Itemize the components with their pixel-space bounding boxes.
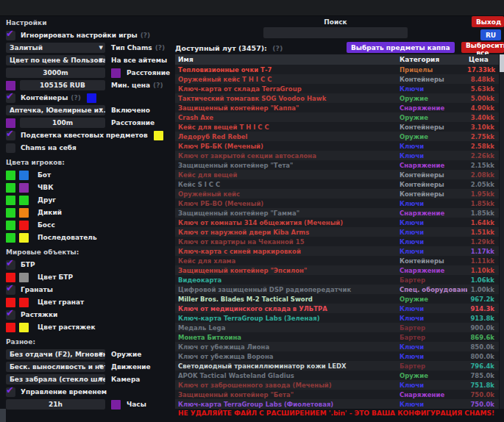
table-row[interactable]: Ключ от убежища ВоронаКлючи800.0k xyxy=(175,351,499,361)
table-row[interactable]: Ключ РБ-ВО (Меченый)Ключи1.85kk xyxy=(175,199,499,208)
exit-button[interactable]: Выход xyxy=(472,16,504,27)
item-name: Оружейный кейс T H I C C xyxy=(175,76,400,83)
table-row[interactable]: Ключ РБ-БК (Меченый)Ключи2.58kk xyxy=(175,141,499,151)
checkbox[interactable]: ✔ xyxy=(6,285,15,295)
secondary-color-swatch[interactable] xyxy=(19,183,29,193)
value-input[interactable]: 3000m xyxy=(6,68,105,78)
color-swatch[interactable] xyxy=(6,81,15,90)
table-row[interactable]: Защищенный контейнер "Каппа"Снаряжение4.… xyxy=(175,103,499,112)
primary-color-swatch[interactable] xyxy=(6,208,15,218)
checkbox[interactable]: ✔ xyxy=(6,260,15,270)
loot-scrollbar-thumb[interactable] xyxy=(500,54,504,72)
table-row[interactable]: Кейс S I C CКонтейнеры2.05kk xyxy=(175,179,499,189)
table-row[interactable]: Оружейный кейс T H I C CКонтейнеры8.48kk xyxy=(175,74,499,84)
checkbox[interactable]: ✔ xyxy=(6,93,15,103)
table-row[interactable]: Монета БиткоинаБартер869.6k xyxy=(175,332,499,342)
drop-all-button[interactable]: Выбросить все xyxy=(461,42,504,53)
secondary-color-swatch[interactable] xyxy=(19,323,29,332)
input-label: Часы xyxy=(127,401,146,408)
secondary-color-swatch[interactable] xyxy=(19,221,29,230)
table-row[interactable]: Светодиодный трансиллюминатор кожи LEDXБ… xyxy=(175,361,499,371)
checkbox[interactable]: ✔ xyxy=(6,310,15,320)
item-name: Ключ от убежища Лиона xyxy=(175,343,400,351)
language-button[interactable]: RU xyxy=(480,29,501,40)
dropdown-select[interactable]: Аптечка, Ювелирные и...▼ xyxy=(6,105,105,115)
column-header-price[interactable]: Цена xyxy=(467,56,496,63)
checkbox[interactable]: ✔ xyxy=(6,31,15,40)
dropdown-select[interactable]: Без забрала (стекло шлема)▼ xyxy=(6,374,105,385)
hint-question-icon: (?) xyxy=(141,32,150,39)
table-row[interactable]: Ключ-карта TerraGroup Labs (Зеленая)Ключ… xyxy=(175,313,499,323)
primary-color-swatch[interactable] xyxy=(6,273,15,282)
value-input[interactable]: 21h xyxy=(6,399,105,410)
color-swatch[interactable] xyxy=(154,131,163,140)
primary-color-swatch[interactable] xyxy=(6,323,15,332)
table-row[interactable]: ВидеокартаБартер1.06kk xyxy=(175,275,499,285)
primary-color-swatch[interactable] xyxy=(6,171,15,180)
table-row[interactable]: APOK Tactical Wasteland GladiusОружие785… xyxy=(175,371,499,380)
table-row[interactable]: Ключ от заброшенного завода (Меченый)Клю… xyxy=(175,380,499,390)
color-swatch[interactable] xyxy=(111,400,121,410)
table-row[interactable]: Ключ от наружной двери Kiba ArmsКлючи1.5… xyxy=(175,227,499,237)
primary-color-swatch[interactable] xyxy=(6,183,15,193)
checkbox[interactable]: ✔ xyxy=(6,387,15,397)
table-row[interactable]: Кейс для вещей T H I C CКонтейнеры3.10kk xyxy=(175,122,499,132)
secondary-color-swatch[interactable] xyxy=(19,233,29,243)
dropdown-select[interactable]: Без отдачи (F2), Мгновенное п▼ xyxy=(6,349,105,360)
checkbox-row: ✔Гранаты xyxy=(6,285,171,295)
left-scrollbar-fragment[interactable] xyxy=(0,409,6,422)
table-row[interactable]: Ключ от медицинского склада в УЛЬТРАКлюч… xyxy=(175,304,499,313)
dropdown-select[interactable]: Цвет по цене & Пользователь▼ xyxy=(6,55,105,65)
select-kappa-items-button[interactable]: Выбрать предметы каппа xyxy=(347,42,455,53)
table-row[interactable]: Ледоруб Red RebelОружие2.75kk xyxy=(175,132,499,141)
table-row[interactable]: Ключ от комнаты 314 общежития (Меченый)К… xyxy=(175,218,499,227)
table-row[interactable]: Защищенный контейнер "Бета"Снаряжение750… xyxy=(175,390,499,399)
value-input[interactable]: 105156 RUB xyxy=(20,80,105,90)
table-row[interactable]: Ключ-карта от склада TerraGroupКлючи5.63… xyxy=(175,84,499,93)
table-row[interactable]: Ключ от убежища ЛионаКлючи850.0k xyxy=(175,342,499,351)
table-row[interactable]: Тактический томагавк SOG Voodoo HawkОруж… xyxy=(175,93,499,103)
item-price: 2.05kk xyxy=(467,181,496,188)
secondary-color-swatch[interactable] xyxy=(19,208,29,218)
color-swatch[interactable] xyxy=(87,93,96,103)
color-pair-label: ЧВК xyxy=(38,184,54,191)
primary-color-swatch[interactable] xyxy=(6,196,15,205)
input-row: 3000mРасстояние xyxy=(6,68,171,78)
checkbox[interactable]: ✔ xyxy=(6,131,15,140)
table-row[interactable]: Ключ от квартиры на Чеканной 15Ключи1.29… xyxy=(175,237,499,246)
table-row[interactable]: Miller Bros. Blades M-2 Tactical SwordОр… xyxy=(175,294,499,304)
table-row[interactable]: Ключ от закрытой секции автосалонаКлючи2… xyxy=(175,151,499,160)
column-header-category[interactable]: Категория xyxy=(400,56,467,63)
primary-color-swatch[interactable] xyxy=(6,221,15,230)
color-pair-label: Последователь xyxy=(38,234,97,241)
primary-color-swatch[interactable] xyxy=(6,233,15,243)
table-row[interactable]: Кейс для вещейКонтейнеры2.08kk xyxy=(175,170,499,179)
table-row[interactable]: Ключ-карта с синей маркировкойКлючи1.17k… xyxy=(175,246,499,256)
table-row[interactable]: Crash AxeОружие3.40kk xyxy=(175,112,499,122)
checkbox[interactable] xyxy=(6,143,15,153)
dropdown-select[interactable]: Беск. выносливость и нет уста▼ xyxy=(6,362,105,372)
column-header-name[interactable]: Имя xyxy=(175,56,400,63)
loot-scrollbar[interactable] xyxy=(500,54,504,409)
table-row[interactable]: Оружейный кейсКонтейнеры1.95kk xyxy=(175,189,499,199)
search-input[interactable] xyxy=(263,27,408,38)
secondary-color-swatch[interactable] xyxy=(19,298,29,307)
secondary-color-swatch[interactable] xyxy=(19,273,29,282)
table-row[interactable]: Цифровой защищенный DSP радиопередатчикС… xyxy=(175,285,499,294)
item-category: Бартер xyxy=(400,362,467,370)
color-swatch[interactable] xyxy=(111,68,121,78)
secondary-color-swatch[interactable] xyxy=(19,196,29,205)
primary-color-swatch[interactable] xyxy=(6,298,15,307)
secondary-color-swatch[interactable] xyxy=(19,171,29,180)
table-row[interactable]: Защищенный контейнер "Эпсилон"Снаряжение… xyxy=(175,265,499,275)
table-row[interactable]: Ключ-карта TerraGroup Labs (Фиолетовая)К… xyxy=(175,399,499,409)
item-name: Медаль Lega xyxy=(175,324,400,332)
table-row[interactable]: Тепловизионные очки Т-7Прицелы17.33kk xyxy=(175,65,499,74)
dropdown-select[interactable]: Залитый▼ xyxy=(6,43,105,53)
table-row[interactable]: Защищенный контейнер "Гамма"Снаряжение1.… xyxy=(175,208,499,218)
table-row[interactable]: Кейс для хламаКонтейнеры1.11kk xyxy=(175,256,499,265)
color-swatch[interactable] xyxy=(6,118,15,128)
value-input[interactable]: 100m xyxy=(20,118,105,128)
table-row[interactable]: Защищенный контейнер "Тета"Снаряжение2.1… xyxy=(175,160,499,170)
table-row[interactable]: Медаль LegaБартер900.0k xyxy=(175,323,499,332)
